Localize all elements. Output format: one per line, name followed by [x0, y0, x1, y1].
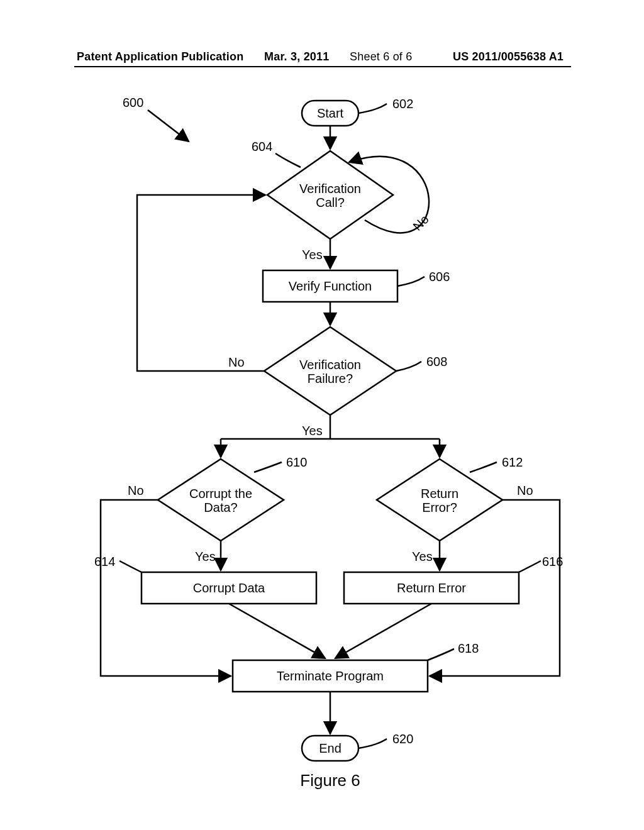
leader-608 [396, 362, 421, 371]
ref-602: 602 [392, 97, 413, 111]
node-end: End [302, 736, 358, 761]
node-614-corrupt-data: Corrupt Data [142, 572, 316, 604]
svg-text:Corrupt the: Corrupt the [189, 487, 252, 501]
edge-608-no-loop [137, 195, 265, 371]
leader-610 [254, 462, 282, 472]
svg-text:Failure?: Failure? [308, 372, 353, 385]
header-rule [74, 66, 571, 67]
label-608-yes: Yes [302, 424, 323, 438]
node-612-return-error-q: Return Error? [377, 459, 502, 541]
label-610-yes: Yes [195, 550, 216, 563]
label-610-no: No [128, 484, 144, 497]
ref-608: 608 [426, 355, 447, 368]
ref-610: 610 [286, 455, 307, 469]
leader-620 [358, 739, 387, 748]
svg-text:Verify Function: Verify Function [289, 279, 372, 293]
flowchart: Start 602 Verification Call? 604 No Yes … [0, 88, 644, 830]
svg-text:End: End [319, 741, 341, 755]
ref-620: 620 [392, 732, 413, 746]
leader-614 [119, 561, 142, 572]
ref-614: 614 [94, 555, 115, 568]
svg-text:Error?: Error? [422, 501, 457, 514]
ref-606: 606 [429, 270, 450, 284]
ref-618: 618 [458, 641, 479, 655]
header-sheet: Sheet 6 of 6 [350, 50, 412, 64]
label-604-yes: Yes [302, 248, 323, 262]
leader-604 [275, 153, 301, 167]
svg-text:Corrupt Data: Corrupt Data [193, 581, 265, 595]
header-date: Mar. 3, 2011 [264, 50, 329, 64]
ref-600: 600 [123, 96, 143, 109]
label-612-yes: Yes [412, 550, 433, 563]
svg-text:Verification: Verification [299, 182, 361, 196]
leader-618 [428, 649, 454, 660]
ref-604: 604 [252, 140, 272, 153]
svg-text:Terminate Program: Terminate Program [277, 669, 384, 683]
svg-text:Data?: Data? [204, 501, 237, 514]
node-616-return-error: Return Error [344, 572, 519, 604]
figure-caption: Figure 6 [300, 771, 360, 790]
header-publication: Patent Application Publication [77, 50, 243, 64]
leader-602 [358, 104, 387, 113]
ref-612: 612 [502, 455, 523, 469]
node-608-verification-failure: Verification Failure? [264, 327, 396, 415]
svg-text:Start: Start [317, 106, 344, 120]
svg-text:Return Error: Return Error [397, 581, 466, 595]
label-612-no: No [517, 484, 533, 497]
edge-616-618 [335, 604, 431, 658]
edge-614-618 [229, 604, 325, 658]
node-618-terminate: Terminate Program [233, 660, 428, 692]
node-610-corrupt-data-q: Corrupt the Data? [158, 459, 284, 541]
leader-616 [519, 561, 541, 572]
header-docnum: US 2011/0055638 A1 [453, 50, 564, 64]
svg-text:Verification: Verification [299, 358, 361, 372]
node-start: Start [302, 101, 358, 126]
label-608-no: No [228, 355, 245, 369]
leader-606 [397, 277, 425, 286]
svg-text:Return: Return [421, 487, 458, 501]
leader-612 [470, 462, 497, 472]
node-606-verify-function: Verify Function [263, 270, 397, 302]
leader-600 [148, 110, 189, 141]
svg-text:Call?: Call? [316, 196, 345, 209]
